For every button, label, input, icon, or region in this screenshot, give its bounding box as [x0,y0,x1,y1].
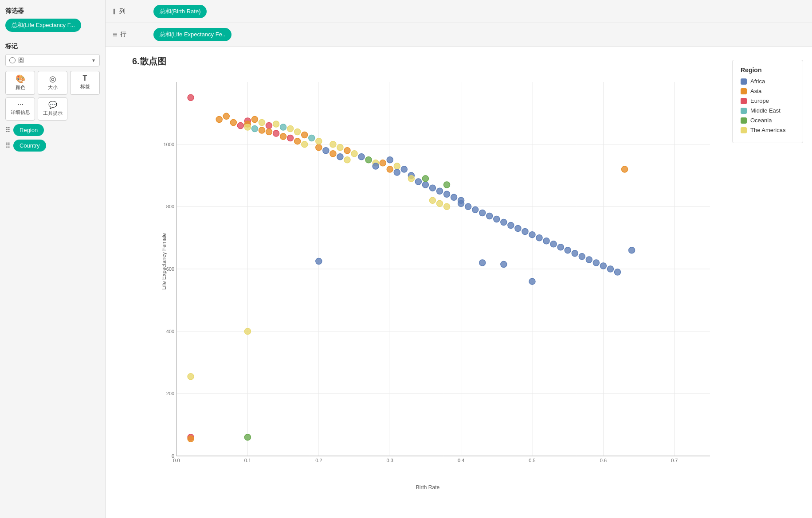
color-button[interactable]: 🎨 颜色 [5,71,35,95]
legend-item-middleeast: Middle East [741,107,795,114]
marks-type-dropdown[interactable]: 圆 ▼ [5,54,100,66]
scatter-canvas [154,78,719,469]
africa-dot [741,78,747,85]
filter-title: 筛选器 [5,7,100,15]
color-label: 颜色 [16,84,25,91]
row-pill[interactable]: 总和(Life Expectancy Fe.. [153,28,231,41]
marks-pill-region-row: ⠿ Region [5,124,100,136]
marks-buttons-grid: 🎨 颜色 ◎ 大小 T 标签 ⋯ 详细信息 💬 工具提示 [5,71,100,121]
americas-label: The Americas [750,127,785,133]
africa-label: Africa [750,78,765,85]
row-text: 行 [120,31,126,39]
country-pill[interactable]: Country [13,140,46,152]
sidebar: 筛选器 总和(Life Expectancy F... 标记 圆 ▼ 🎨 颜色 … [0,0,106,518]
tooltip-icon: 💬 [48,101,57,109]
toolbar-rows: ⫿ 列 总和(Birth Rate) ≡ 行 总和(Life Expectanc… [106,0,812,47]
row-toolbar-row: ≡ 行 总和(Life Expectancy Fe.. [106,23,812,46]
x-axis-label: Birth Rate [416,484,439,491]
size-label: 大小 [48,84,58,91]
filter-section: 筛选器 总和(Life Expectancy F... [5,7,100,34]
circle-shape-icon [9,57,16,63]
marks-section: 标记 圆 ▼ 🎨 颜色 ◎ 大小 T 标签 ⋯ 详细信息 � [5,43,100,152]
tooltip-button[interactable]: 💬 工具提示 [38,97,67,121]
country-dots-icon: ⠿ [5,141,11,150]
europe-label: Europe [750,97,769,104]
marks-title: 标记 [5,43,100,51]
size-button[interactable]: ◎ 大小 [38,71,67,95]
region-dots-icon: ⠿ [5,126,11,134]
legend-item-europe: Europe [741,97,795,104]
label-label: 标签 [80,83,90,90]
filter-pill[interactable]: 总和(Life Expectancy F... [5,19,81,32]
color-icon: 🎨 [16,75,25,83]
detail-button[interactable]: ⋯ 详细信息 [5,97,35,121]
asia-dot [741,88,747,94]
chevron-down-icon: ▼ [91,58,96,63]
col-text: 列 [119,8,126,16]
asia-label: Asia [750,88,761,94]
row-label: ≡ 行 [113,30,148,39]
legend: Region Africa Asia Europe Middle East Oc… [732,60,803,143]
chart-title: 6.散点图 [132,55,166,67]
row-icon: ≡ [113,30,118,39]
marks-pills: ⠿ Region ⠿ Country [5,124,100,152]
legend-item-americas: The Americas [741,127,795,133]
detail-label: 详细信息 [11,109,30,116]
marks-type-label: 圆 [18,56,91,64]
label-button[interactable]: T 标签 [70,71,100,95]
legend-item-oceania: Oceania [741,117,795,124]
detail-icon: ⋯ [17,101,24,108]
tooltip-label: 工具提示 [43,110,63,117]
oceania-dot [741,117,747,124]
col-pill[interactable]: 总和(Birth Rate) [153,5,207,18]
oceania-label: Oceania [750,117,772,124]
size-icon: ◎ [49,75,56,83]
marks-pill-country-row: ⠿ Country [5,140,100,152]
text-icon: T [83,75,87,82]
legend-item-asia: Asia [741,88,795,94]
col-toolbar-row: ⫿ 列 总和(Birth Rate) [106,0,812,23]
main-content: ⫿ 列 总和(Birth Rate) ≡ 行 总和(Life Expectanc… [106,0,812,518]
col-icon: ⫿ [113,7,117,16]
middleeast-dot [741,108,747,114]
europe-dot [741,98,747,104]
col-label: ⫿ 列 [113,7,148,16]
legend-item-africa: Africa [741,78,795,85]
scatter-container: Life Expectancy Female Birth Rate [132,73,723,491]
chart-area: 6.散点图 Region Africa Asia Europe Middle E… [106,47,812,518]
region-pill[interactable]: Region [13,124,44,136]
middleeast-label: Middle East [750,107,781,114]
americas-dot [741,127,747,133]
legend-title: Region [741,66,795,74]
